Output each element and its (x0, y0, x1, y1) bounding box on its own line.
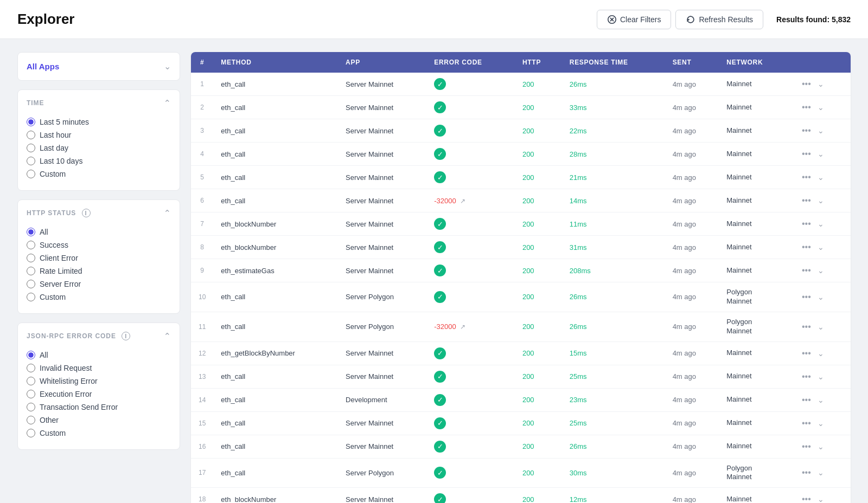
time-option-4[interactable]: Custom (27, 170, 171, 178)
time-radio-3[interactable] (27, 157, 35, 165)
rpc-option-4[interactable]: Transaction Send Error (27, 403, 171, 411)
rpc-radio-2[interactable] (27, 377, 35, 385)
rpc-radio-3[interactable] (27, 390, 35, 398)
cell-sent: 4m ago (665, 236, 719, 259)
http-status-header[interactable]: HTTP STATUS i ⌄ (18, 200, 180, 225)
expand-row-button[interactable]: ⌄ (815, 371, 826, 382)
more-options-button[interactable]: ••• (799, 171, 814, 183)
http-option-1[interactable]: Success (27, 241, 171, 249)
network-value: Mainnet (726, 80, 751, 88)
rpc-option-6[interactable]: Custom (27, 429, 171, 437)
more-options-button[interactable]: ••• (799, 101, 814, 113)
expand-row-button[interactable]: ⌄ (815, 292, 826, 302)
more-options-button[interactable]: ••• (799, 417, 814, 429)
page-title: Explorer (17, 11, 75, 28)
http-radio-0[interactable] (27, 228, 35, 236)
time-radio-0[interactable] (27, 118, 35, 126)
more-options-button[interactable]: ••• (799, 467, 814, 479)
http-option-0[interactable]: All (27, 228, 171, 236)
expand-row-button[interactable]: ⌄ (815, 494, 826, 503)
http-option-5[interactable]: Custom (27, 293, 171, 301)
more-options-button[interactable]: ••• (799, 291, 814, 303)
more-options-button[interactable]: ••• (799, 394, 814, 406)
more-options-button[interactable]: ••• (799, 321, 814, 333)
expand-row-button[interactable]: ⌄ (815, 195, 826, 206)
cell-error-code: ✓ (426, 73, 515, 96)
check-icon: ✓ (434, 394, 446, 406)
time-option-0[interactable]: Last 5 minutes (27, 118, 171, 126)
http-radio-2[interactable] (27, 254, 35, 262)
http-value: 200 (522, 372, 534, 381)
time-option-2[interactable]: Last day (27, 144, 171, 152)
http-radio-4[interactable] (27, 280, 35, 288)
all-apps-header[interactable]: All Apps ⌄ (18, 53, 180, 80)
expand-row-button[interactable]: ⌄ (815, 395, 826, 405)
expand-row-button[interactable]: ⌄ (815, 218, 826, 229)
expand-row-button[interactable]: ⌄ (815, 467, 826, 478)
rpc-option-3[interactable]: Execution Error (27, 390, 171, 398)
rpc-option-1[interactable]: Invalid Request (27, 364, 171, 372)
rpc-radio-4[interactable] (27, 403, 35, 411)
clear-filters-label: Clear Filters (620, 15, 661, 24)
clear-filters-button[interactable]: Clear Filters (597, 10, 671, 29)
http-option-3[interactable]: Rate Limited (27, 267, 171, 275)
cell-num: 3 (191, 119, 213, 143)
time-option-3[interactable]: Last 10 days (27, 157, 171, 165)
cell-error-code: ✓ (426, 282, 515, 312)
expand-row-button[interactable]: ⌄ (815, 242, 826, 253)
time-radio-4[interactable] (27, 170, 35, 178)
refresh-results-button[interactable]: Refresh Results (675, 10, 763, 29)
rpc-radio-0[interactable] (27, 351, 35, 359)
expand-row-button[interactable]: ⌄ (815, 172, 826, 183)
more-options-button[interactable]: ••• (799, 148, 814, 160)
http-option-4[interactable]: Server Error (27, 280, 171, 288)
error-code-value: -32000 (434, 323, 456, 331)
time-option-1[interactable]: Last hour (27, 131, 171, 139)
expand-row-button[interactable]: ⌄ (815, 441, 826, 452)
http-radio-3[interactable] (27, 267, 35, 275)
external-link-icon[interactable]: ↗ (460, 197, 465, 205)
expand-row-button[interactable]: ⌄ (815, 321, 826, 332)
expand-row-button[interactable]: ⌄ (815, 102, 826, 113)
rpc-radio-1[interactable] (27, 364, 35, 372)
rpc-option-0[interactable]: All (27, 351, 171, 359)
action-cell: ••• ⌄ (799, 371, 843, 383)
rpc-option-5[interactable]: Other (27, 416, 171, 424)
expand-row-button[interactable]: ⌄ (815, 348, 826, 359)
more-options-button[interactable]: ••• (799, 241, 814, 253)
time-radio-1[interactable] (27, 131, 35, 139)
cell-network: Mainnet (719, 189, 791, 212)
network-value: Mainnet (726, 243, 751, 251)
more-options-button[interactable]: ••• (799, 265, 814, 276)
expand-row-button[interactable]: ⌄ (815, 265, 826, 276)
more-options-button[interactable]: ••• (799, 441, 814, 453)
json-rpc-header[interactable]: JSON-RPC ERROR CODE i ⌄ (18, 323, 180, 349)
more-options-button[interactable]: ••• (799, 347, 814, 359)
rpc-radio-5[interactable] (27, 416, 35, 424)
response-time-value: 33ms (570, 104, 587, 112)
more-options-button[interactable]: ••• (799, 218, 814, 230)
cell-error-code: ✓ (426, 458, 515, 488)
expand-row-button[interactable]: ⌄ (815, 149, 826, 159)
time-filter-header[interactable]: TIME ⌄ (18, 90, 180, 115)
cell-error-code: ✓ (426, 388, 515, 411)
time-radio-2[interactable] (27, 144, 35, 152)
table-row: 9eth_estimateGasServer Mainnet✓200208ms4… (191, 259, 851, 282)
rpc-radio-6[interactable] (27, 429, 35, 437)
more-options-button[interactable]: ••• (799, 195, 814, 207)
http-radio-1[interactable] (27, 241, 35, 249)
rpc-option-2[interactable]: Whitelisting Error (27, 377, 171, 385)
cell-actions: ••• ⌄ (791, 435, 851, 458)
all-apps-chevron: ⌄ (164, 61, 171, 72)
more-options-button[interactable]: ••• (799, 125, 814, 137)
more-options-button[interactable]: ••• (799, 371, 814, 383)
more-options-button[interactable]: ••• (799, 493, 814, 503)
expand-row-button[interactable]: ⌄ (815, 125, 826, 136)
cell-actions: ••• ⌄ (791, 236, 851, 259)
more-options-button[interactable]: ••• (799, 78, 814, 90)
expand-row-button[interactable]: ⌄ (815, 79, 826, 89)
http-radio-5[interactable] (27, 293, 35, 301)
http-option-2[interactable]: Client Error (27, 254, 171, 262)
expand-row-button[interactable]: ⌄ (815, 418, 826, 429)
external-link-icon[interactable]: ↗ (460, 323, 465, 331)
